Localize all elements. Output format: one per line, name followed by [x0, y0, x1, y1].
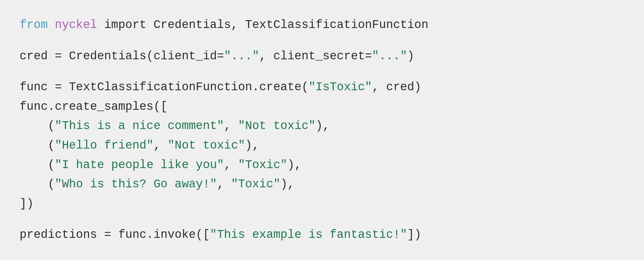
- code-line: ("I hate people like you", "Toxic"),: [20, 156, 624, 175]
- code-line: from nyckel import Credentials, TextClas…: [20, 16, 624, 35]
- code-gap: [20, 35, 624, 47]
- code-token: import Credentials, TextClassificationFu…: [97, 18, 428, 32]
- code-line: ("Hello friend", "Not toxic"),: [20, 136, 624, 155]
- code-token: ]): [407, 228, 421, 241]
- code-token: "Toxic": [231, 178, 280, 191]
- code-token: ),: [245, 139, 259, 152]
- code-token: (: [20, 139, 55, 152]
- code-token: ]): [20, 197, 34, 210]
- code-line: func.create_samples([: [20, 97, 624, 116]
- code-line: cred = Credentials(client_id="...", clie…: [20, 47, 624, 66]
- code-token: from: [20, 18, 48, 32]
- code-token: "IsToxic": [309, 80, 372, 94]
- code-token: , cred): [372, 80, 421, 94]
- code-line: func = TextClassificationFunction.create…: [20, 78, 624, 97]
- code-token: "Who is this? Go away!": [55, 178, 217, 191]
- code-token: ),: [280, 178, 294, 191]
- code-block: from nyckel import Credentials, TextClas…: [20, 16, 624, 244]
- code-token: ,: [224, 158, 238, 172]
- code-token: func.create_samples([: [20, 100, 168, 113]
- code-token: ),: [287, 158, 301, 172]
- code-line: ("This is a nice comment", "Not toxic"),: [20, 117, 624, 136]
- code-token: (: [20, 178, 55, 191]
- code-token: predictions = func.invoke([: [20, 228, 210, 241]
- code-gap: [20, 214, 624, 225]
- code-token: "Not toxic": [168, 139, 245, 152]
- code-container: from nyckel import Credentials, TextClas…: [0, 0, 644, 260]
- code-token: "I hate people like you": [55, 158, 224, 172]
- code-token: , client_secret=: [259, 50, 372, 63]
- code-token: (: [20, 119, 55, 133]
- code-token: nyckel: [55, 18, 97, 32]
- code-token: "This is a nice comment": [55, 119, 224, 133]
- code-token: ,: [224, 119, 238, 133]
- code-token: "Toxic": [238, 158, 287, 172]
- code-token: [48, 18, 55, 32]
- code-line: predictions = func.invoke(["This example…: [20, 225, 624, 244]
- code-token: ),: [315, 119, 330, 133]
- code-token: cred = Credentials(client_id=: [20, 50, 224, 63]
- code-line: ]): [20, 195, 624, 213]
- code-gap: [20, 66, 624, 78]
- code-token: ,: [153, 139, 167, 152]
- code-token: "Not toxic": [238, 119, 316, 133]
- code-token: ,: [217, 178, 231, 191]
- code-token: func = TextClassificationFunction.create…: [20, 80, 309, 94]
- code-token: "...": [224, 50, 259, 63]
- code-token: "...": [372, 50, 407, 63]
- code-token: (: [20, 158, 55, 172]
- code-line: ("Who is this? Go away!", "Toxic"),: [20, 175, 624, 194]
- code-token: ): [407, 50, 414, 63]
- code-token: "This example is fantastic!": [210, 228, 407, 241]
- code-token: "Hello friend": [55, 139, 153, 152]
